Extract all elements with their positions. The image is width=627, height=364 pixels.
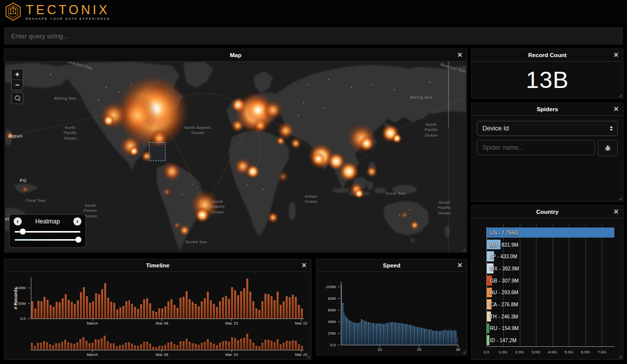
axis-tick-label: 10 [377,347,382,352]
close-icon[interactable]: × [614,51,618,59]
bar [228,299,230,318]
country-bar-id[interactable] [487,335,489,345]
bar [347,318,348,345]
bar [356,323,357,345]
panel-title: Spiders [536,106,558,112]
world-map[interactable]: Beaufort Sea Beaufort Sea Bering Sea Ber… [5,62,466,252]
bar [167,343,169,350]
bar [186,339,188,350]
axis-tick-label: Mar 15 [225,321,238,326]
axis-tick-label: 100M [16,286,26,290]
bar [387,323,387,345]
country-chart[interactable]: US - 7.755GBR - 831.9MJP - 433.0MMX - 39… [472,218,622,359]
bar [158,346,160,350]
lasso-tool-button[interactable] [11,92,23,104]
bar [143,299,145,318]
bar [167,301,169,318]
resize-handle[interactable] [618,197,622,200]
bar [453,331,453,345]
bar [98,340,100,350]
bar [125,301,127,318]
country-xaxis: 0.01.0G2.0G3.0G4.0G5.0G6.0G7.0G [486,350,614,356]
bar [364,321,364,345]
map-selection-rect[interactable] [149,143,165,161]
speed-xaxis: 102030 [341,345,459,352]
bar [455,331,455,345]
bar [143,342,145,350]
record-count-value: 13B [526,66,569,94]
close-icon[interactable]: × [302,261,306,269]
bar [394,322,394,345]
slider-thumb[interactable] [75,237,81,243]
bar [280,344,282,350]
bar [354,323,354,345]
timeline-overview-chart[interactable]: MarchMar 08Mar 15Mar 22 [31,333,304,350]
spider-field-select[interactable]: Device Id [477,121,618,136]
bar [361,319,362,345]
resize-handle[interactable] [618,94,622,97]
bar [267,294,270,318]
zoom-out-button[interactable]: − [12,80,23,90]
bar [131,344,133,350]
spider-name-input[interactable] [477,140,595,155]
bar [396,323,397,345]
slider-thumb[interactable] [20,229,26,235]
close-icon[interactable]: × [614,105,618,113]
bar [435,331,435,345]
bar [64,340,66,350]
timeline-chart[interactable]: # Records 0.050M100M MarchMar 08Mar 15Ma… [31,278,304,319]
logo-title: TECTONIX [26,4,110,16]
bar [216,345,218,350]
bar [158,308,160,318]
panel-title: Record Count [528,52,566,58]
bar [447,331,448,345]
bar [122,306,124,318]
bar [71,302,73,318]
country-header[interactable]: Country × [472,206,623,218]
bar [98,294,100,318]
bar [401,323,401,345]
bar [355,323,356,345]
heatmap-slider-2[interactable] [14,237,81,243]
close-icon[interactable]: × [458,51,462,59]
bar [113,303,115,318]
bar [352,322,352,345]
timeline-mini-plot [31,333,304,350]
timeline-header[interactable]: Timeline × [5,259,311,272]
prev-layer-button[interactable]: ‹ [14,217,22,225]
bar [398,323,399,345]
axis-tick-label: 30 [456,347,460,352]
bar [286,296,288,318]
bar [201,343,203,350]
close-icon[interactable]: × [614,208,618,216]
bar [134,307,136,318]
bar [246,334,248,350]
country-bar-ru[interactable] [487,324,489,334]
zoom-in-button[interactable]: + [12,69,23,80]
bar [413,326,413,345]
bar [85,341,87,350]
next-layer-button[interactable]: › [73,217,81,225]
query-input[interactable] [4,27,623,44]
bar [341,285,342,345]
speed-header[interactable]: Speed × [317,259,467,272]
close-icon[interactable]: × [458,261,462,269]
bar [444,330,445,345]
resize-handle[interactable] [618,355,622,358]
bar [61,342,63,350]
record-count-header[interactable]: Record Count × [472,49,623,62]
create-spider-button[interactable] [598,140,618,156]
slider-track [15,239,80,241]
bar [289,297,291,318]
resize-handle[interactable] [462,248,466,251]
bar [107,298,109,318]
resize-handle[interactable] [462,350,466,354]
speed-chart[interactable]: 0.020M40M60M80M100M 102030 [341,282,459,345]
bar [246,279,248,318]
map-panel-header[interactable]: Map × [5,49,467,62]
country-row: CA - 276.8M [487,299,614,309]
heatmap-slider-1[interactable] [14,229,81,235]
spiders-header[interactable]: Spiders × [472,103,623,116]
bar [173,344,175,350]
resize-handle[interactable] [306,355,310,358]
